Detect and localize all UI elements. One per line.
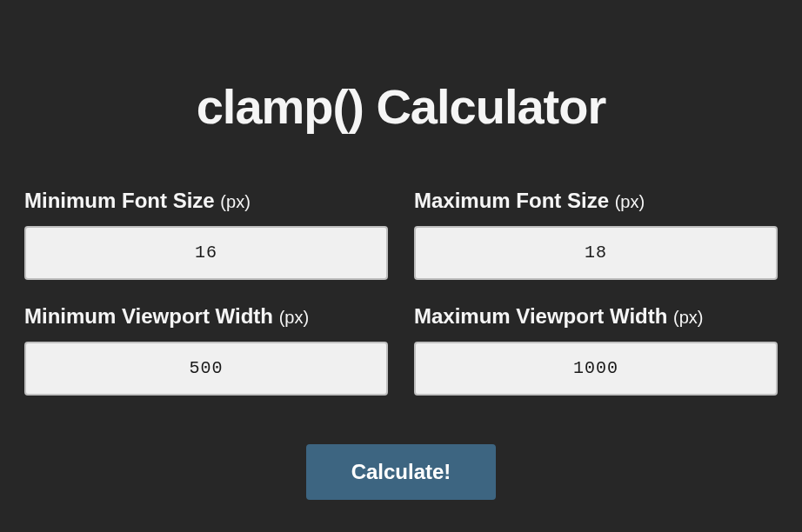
max-viewport-width-label-text: Maximum Viewport Width (414, 304, 667, 328)
max-font-size-input[interactable] (414, 226, 778, 280)
max-font-size-field: Maximum Font Size (px) (414, 189, 778, 280)
max-viewport-width-input[interactable] (414, 342, 778, 396)
max-viewport-width-unit: (px) (673, 308, 703, 327)
actions: Calculate! (24, 444, 778, 500)
max-font-size-label: Maximum Font Size (px) (414, 189, 778, 214)
min-font-size-unit: (px) (220, 192, 250, 211)
min-viewport-width-label-text: Minimum Viewport Width (24, 304, 273, 328)
max-viewport-width-label: Maximum Viewport Width (px) (414, 304, 778, 329)
min-viewport-width-unit: (px) (279, 308, 309, 327)
min-viewport-width-input[interactable] (24, 342, 388, 396)
min-font-size-input[interactable] (24, 226, 388, 280)
page-title: clamp() Calculator (24, 78, 778, 135)
input-grid: Minimum Font Size (px) Maximum Font Size… (24, 189, 778, 396)
min-font-size-label: Minimum Font Size (px) (24, 189, 388, 214)
min-viewport-width-field: Minimum Viewport Width (px) (24, 304, 388, 396)
max-font-size-label-text: Maximum Font Size (414, 189, 609, 212)
min-font-size-field: Minimum Font Size (px) (24, 189, 388, 280)
min-font-size-label-text: Minimum Font Size (24, 189, 215, 212)
calculate-button[interactable]: Calculate! (306, 444, 497, 500)
max-font-size-unit: (px) (615, 192, 645, 211)
min-viewport-width-label: Minimum Viewport Width (px) (24, 304, 388, 329)
max-viewport-width-field: Maximum Viewport Width (px) (414, 304, 778, 396)
